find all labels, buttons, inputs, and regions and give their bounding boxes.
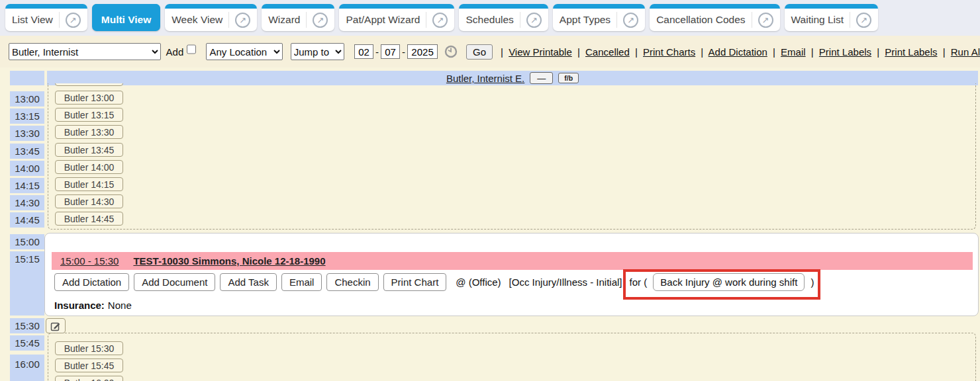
appointment-reason[interactable]: Back Injury @ work during shift (653, 273, 805, 291)
date-month-input[interactable] (354, 44, 373, 59)
link-separator: | (577, 46, 580, 58)
patient-link[interactable]: TEST-10030 Simmons, Nicole 12-18-1990 (133, 255, 325, 267)
external-link-icon[interactable]: ↗ (313, 13, 328, 28)
tab-label: List View (12, 14, 53, 26)
date-year-input[interactable] (407, 44, 438, 59)
slot-button[interactable]: Butler 14:15 (55, 177, 123, 191)
slot-button[interactable]: Butler 14:45 (55, 212, 123, 226)
tab-waiting-list[interactable]: Waiting List ↗ (785, 4, 879, 31)
slot-button[interactable]: Butler 16:00 (55, 376, 123, 381)
appointment-actions-row: Add Dictation Add Document Add Task Emai… (54, 273, 973, 291)
tab-list-view[interactable]: List View ↗ (5, 4, 87, 31)
tab-appt-types[interactable]: Appt Types ↗ (553, 4, 645, 31)
time-label: 14:30 (10, 195, 44, 210)
external-link-icon[interactable]: ↗ (526, 13, 542, 28)
module-tab-bar: List View ↗ Multi View Week View ↗ Wizar… (0, 0, 980, 36)
reason-open-paren: for ( (630, 276, 648, 288)
link-email[interactable]: Email (781, 46, 806, 58)
add-checkbox-label: Add (166, 46, 184, 58)
edit-slot-button[interactable] (46, 318, 66, 333)
slot-button[interactable]: Butler 13:30 (55, 125, 123, 139)
add-checkbox[interactable] (187, 44, 196, 54)
link-separator: | (773, 46, 775, 58)
divider (520, 12, 520, 28)
appointment-header: 15:00 - 15:30 TEST-10030 Simmons, Nicole… (52, 252, 973, 270)
tab-pat-appt-wizard[interactable]: Pat/Appt Wizard ↗ (339, 4, 454, 31)
divider (426, 12, 426, 28)
fb-button[interactable]: f/b (558, 73, 579, 83)
go-button[interactable]: Go (466, 44, 493, 60)
provider-header-link[interactable]: Butler, Internist E. (446, 73, 524, 84)
slot-button[interactable]: Butler 13:45 (55, 143, 123, 157)
add-document-button[interactable]: Add Document (134, 273, 215, 291)
tab-accent-strip (262, 4, 334, 9)
add-task-button[interactable]: Add Task (220, 273, 276, 291)
reason-close-paren: ) (810, 276, 814, 288)
tab-week-view[interactable]: Week View ↗ (165, 4, 257, 31)
link-add-dictation[interactable]: Add Dictation (709, 46, 767, 58)
tab-multi-view[interactable]: Multi View (92, 4, 161, 31)
jump-to-select[interactable]: Jump to (291, 43, 344, 60)
link-cancelled[interactable]: Cancelled (585, 46, 630, 58)
tab-label: Pat/Appt Wizard (346, 14, 420, 26)
slot-button[interactable]: Butler 13:15 (55, 108, 123, 122)
collapse-column-button[interactable]: — (530, 72, 553, 84)
slot-button[interactable]: Butler 15:45 (55, 359, 123, 372)
add-dictation-button[interactable]: Add Dictation (54, 273, 129, 291)
divider (752, 12, 752, 28)
schedule-toolbar: Butler, Internist Add Any Location Jump … (0, 36, 980, 67)
slot-button-partial[interactable] (55, 83, 123, 86)
tab-accent-strip (92, 4, 161, 9)
divider (228, 12, 229, 28)
link-separator: | (877, 46, 879, 58)
slot-button[interactable]: Butler 14:30 (55, 194, 123, 208)
time-label: 13:45 (10, 144, 44, 159)
location-select[interactable]: Any Location (206, 43, 282, 60)
tab-label: Multi View (101, 14, 152, 26)
link-separator: | (811, 46, 814, 58)
print-chart-button[interactable]: Print Chart (383, 273, 447, 291)
open-slot-section-lower: Butler 15:30 Butler 15:45 Butler 16:00 (48, 333, 976, 381)
slot-button[interactable]: Butler 15:30 (55, 341, 123, 355)
insurance-line: Insurance:None (54, 300, 132, 311)
link-print-labels-1[interactable]: Print Labels (819, 46, 871, 58)
link-print-labels-2[interactable]: Print Labels (885, 46, 937, 58)
time-label: 13:15 (10, 108, 44, 124)
email-button[interactable]: Email (281, 273, 322, 291)
external-link-icon[interactable]: ↗ (432, 13, 448, 28)
time-label: 16:00 (10, 355, 44, 381)
provider-select[interactable]: Butler, Internist (9, 43, 161, 60)
divider (616, 12, 617, 28)
time-label: 15:15 (10, 251, 44, 316)
tab-label: Appt Types (560, 14, 611, 26)
tab-label: Cancellation Codes (656, 14, 745, 26)
checkin-button[interactable]: Checkin (326, 273, 378, 291)
tab-schedules[interactable]: Schedules ↗ (459, 4, 548, 31)
appointment-time-link[interactable]: 15:00 - 15:30 (60, 255, 119, 267)
link-separator: | (943, 46, 946, 58)
insurance-label: Insurance: (54, 300, 105, 311)
external-link-icon[interactable]: ↗ (66, 13, 81, 28)
external-link-icon[interactable]: ↗ (856, 13, 871, 28)
external-link-icon[interactable]: ↗ (235, 13, 250, 28)
time-label: 15:45 (10, 335, 44, 351)
slot-button[interactable]: Butler 13:00 (55, 91, 123, 105)
slot-button[interactable]: Butler 14:00 (55, 160, 123, 174)
date-separator: - (402, 46, 405, 58)
date-day-input[interactable] (381, 44, 400, 59)
link-print-charts[interactable]: Print Charts (643, 46, 695, 58)
external-link-icon[interactable]: ↗ (623, 13, 638, 28)
tab-label: Wizard (268, 14, 300, 26)
external-link-icon[interactable]: ↗ (758, 13, 773, 28)
link-run-al[interactable]: Run Al (951, 46, 980, 58)
date-entry-group: - - (354, 44, 438, 59)
appointment-location: @ (Office) (456, 276, 501, 288)
clock-icon[interactable] (444, 45, 458, 58)
tab-accent-strip (459, 4, 548, 9)
time-label: 14:00 (10, 161, 44, 176)
tab-wizard[interactable]: Wizard ↗ (262, 4, 334, 31)
link-view-printable[interactable]: View Printable (509, 46, 572, 58)
divider (850, 12, 850, 28)
link-separator: | (501, 46, 503, 58)
tab-cancellation-codes[interactable]: Cancellation Codes ↗ (650, 4, 779, 31)
